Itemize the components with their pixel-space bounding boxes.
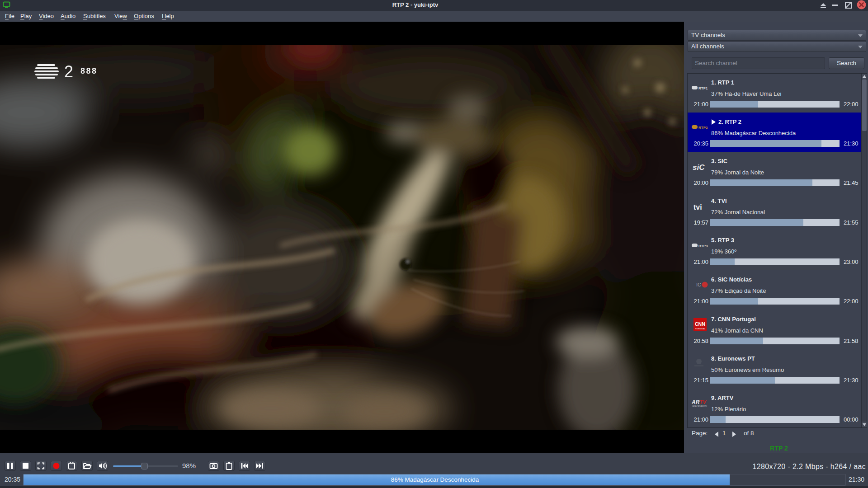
svg-text:PORTUGAL: PORTUGAL xyxy=(695,328,706,330)
svg-text:siC: siC xyxy=(693,163,705,172)
svg-text:RTP1: RTP1 xyxy=(698,86,708,90)
svg-text:888: 888 xyxy=(80,66,98,75)
svg-text:tvi: tvi xyxy=(693,203,702,211)
svg-text:CNN: CNN xyxy=(695,321,705,327)
svg-text:CANAL PARLAMENTO: CANAL PARLAMENTO xyxy=(692,405,708,407)
svg-text:RTP2: RTP2 xyxy=(698,126,708,130)
svg-text:IC: IC xyxy=(696,282,701,287)
svg-text:AR: AR xyxy=(692,399,700,405)
svg-text:2: 2 xyxy=(64,64,73,80)
svg-text:TV: TV xyxy=(699,399,707,405)
svg-text:RTP3: RTP3 xyxy=(698,244,708,248)
